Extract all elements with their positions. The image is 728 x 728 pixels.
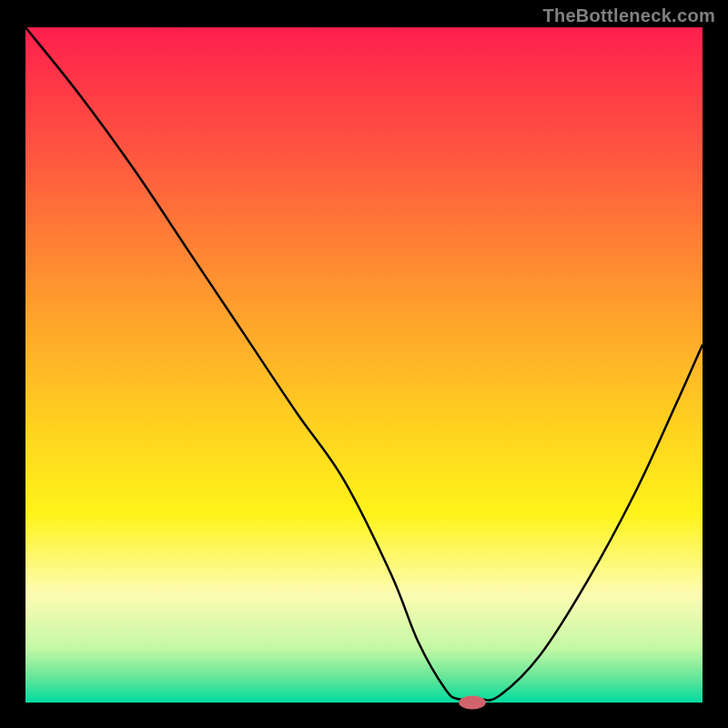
chart-stage: TheBottleneck.com [0, 0, 728, 728]
plot-background [25, 27, 703, 703]
bottleneck-chart [0, 0, 728, 728]
optimum-marker [459, 696, 486, 710]
